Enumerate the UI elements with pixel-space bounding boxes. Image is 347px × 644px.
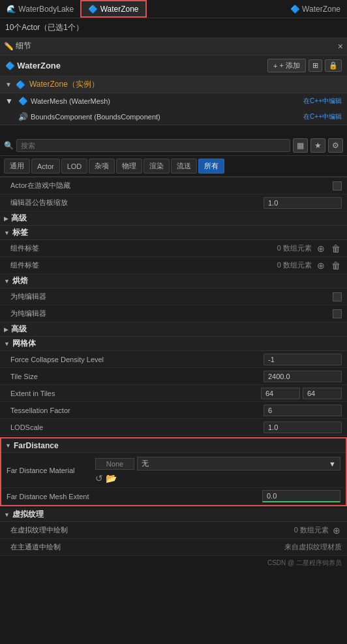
- tessellation-val: [264, 405, 342, 416]
- tags-title: 标签: [12, 227, 28, 238]
- detail-header: 🔷 WaterZone + + 添加 ⊞ 🔒: [0, 55, 347, 76]
- table-row[interactable]: 🔊 BoundsComponent (BoundsComponent) 在C++…: [0, 109, 347, 125]
- tag-value-1: 0 数组元素 ⊕ 🗑: [277, 243, 342, 254]
- actor-hidden-checkbox[interactable]: [333, 181, 342, 191]
- baking-pure-label-2: 为纯编辑器: [5, 309, 333, 318]
- tile-size-label: Tile Size: [5, 373, 264, 380]
- fdm-controls: None 无 ▼ ↺ 📂: [95, 457, 340, 483]
- baking-section-header[interactable]: ▼ 烘焙: [0, 274, 347, 288]
- filter-stream[interactable]: 流送: [171, 159, 197, 174]
- filter-tabs: 通用 Actor LOD 杂项 物理 渲染 流送 所有: [0, 156, 347, 177]
- filter-render[interactable]: 渲染: [143, 159, 170, 174]
- tag-count-1: 0 数组元素: [277, 243, 312, 253]
- editor-scale-value: [264, 197, 342, 209]
- water-zone-tab-right[interactable]: 🔷 WaterZone: [284, 0, 347, 18]
- fdm-none-box: None: [95, 458, 134, 470]
- spacer1: [0, 125, 347, 130]
- fdm-top-row: None 无 ▼: [95, 457, 340, 470]
- component-tree: ▼ 🔷 WaterMesh (WaterMesh) 在C++中编辑 🔊 Boun…: [0, 93, 347, 125]
- tag-del-btn-2[interactable]: 🗑: [330, 260, 342, 271]
- plus-icon: +: [273, 62, 277, 70]
- bounds-label: BoundsComponent (BoundsComponent): [31, 113, 160, 121]
- extent-y-input[interactable]: [303, 388, 342, 399]
- editor-scale-input[interactable]: [264, 197, 342, 209]
- force-collapse-input[interactable]: [264, 354, 342, 365]
- filter-general[interactable]: 通用: [4, 159, 30, 174]
- cpp-edit-link-2[interactable]: 在C++中编辑: [303, 112, 342, 121]
- tag-count-2: 0 数组元素: [277, 260, 312, 270]
- tags-section-header[interactable]: ▼ 标签: [0, 226, 347, 240]
- tessellation-input[interactable]: [264, 405, 342, 416]
- search-icon: 🔍: [4, 141, 14, 150]
- tile-size-input[interactable]: [264, 371, 342, 382]
- grid-view-button[interactable]: ▦: [293, 138, 308, 153]
- watermark-text: CSDN @ 二星程序饲养员: [267, 559, 342, 566]
- extent-x-input[interactable]: [261, 388, 300, 399]
- star-button[interactable]: ★: [310, 138, 325, 153]
- filter-actor[interactable]: Actor: [31, 159, 60, 174]
- vt-title: 虚拟纹理: [12, 509, 44, 520]
- baking-pure-val-1: [333, 292, 342, 301]
- fdm-actions: ↺ 📂: [95, 473, 340, 483]
- water-zone-tab-left[interactable]: 🔷 WaterZone: [80, 0, 146, 18]
- cpp-edit-link-1[interactable]: 在C++中编辑: [303, 97, 342, 106]
- baking-advanced-section[interactable]: ▶ 高级: [0, 322, 347, 337]
- panel-title: 细节: [16, 40, 337, 52]
- add-button[interactable]: + + 添加: [267, 59, 306, 72]
- fdm-reset-button[interactable]: ↺: [95, 473, 103, 483]
- tag-label-2: 组件标签: [5, 260, 277, 270]
- vt-main-pass-value: 来自虚拟纹理材质: [284, 542, 342, 552]
- extent-tiles-row: Extent in Tiles: [0, 385, 347, 402]
- panel-edit-icon: ✏️: [4, 42, 14, 51]
- force-collapse-val: [264, 354, 342, 365]
- fdm-browse-button[interactable]: 📂: [106, 473, 117, 483]
- filter-lod[interactable]: LOD: [61, 159, 88, 174]
- instance-arrow-icon: ▼: [5, 81, 12, 88]
- grid-icon-button[interactable]: ⊞: [309, 59, 322, 72]
- lod-scale-val: [264, 422, 342, 433]
- instance-label: WaterZone（实例）: [29, 79, 99, 90]
- filter-all[interactable]: 所有: [198, 159, 224, 174]
- actor-hidden-value: [333, 181, 342, 191]
- force-collapse-row: Force Collapse Density Level: [0, 351, 347, 368]
- fdm-dropdown-arrow: ▼: [329, 460, 336, 468]
- baking-checkbox-1[interactable]: [333, 292, 342, 301]
- far-distance-mesh-extent-label: Far Distance Mesh Extent: [7, 493, 262, 500]
- baking-arrow: ▼: [4, 278, 10, 284]
- editor-scale-row: 编辑器公告板缩放: [0, 194, 347, 211]
- table-row[interactable]: ▼ 🔷 WaterMesh (WaterMesh) 在C++中编辑: [0, 93, 347, 109]
- filter-misc[interactable]: 杂项: [89, 159, 115, 174]
- tag-add-btn-2[interactable]: ⊕: [316, 260, 326, 271]
- indent-spacer: ▼: [5, 97, 16, 106]
- left-tab-label: WaterBodyLake: [18, 5, 74, 14]
- baking-advanced-arrow: ▶: [4, 326, 8, 333]
- mesh-icon: 🔷: [18, 97, 28, 106]
- actor-hidden-row: Actor在游戏中隐藏: [0, 177, 347, 194]
- water-body-lake-icon: 🌊: [7, 5, 16, 14]
- mesh-section-header[interactable]: ▼ 网格体: [0, 337, 347, 351]
- vt-main-pass-val: 来自虚拟纹理材质: [284, 542, 342, 552]
- panel-close-button[interactable]: ×: [338, 41, 343, 52]
- left-previous-tab[interactable]: 🌊 WaterBodyLake: [0, 0, 80, 18]
- far-distance-header[interactable]: ▼ FarDistance: [1, 438, 346, 453]
- far-distance-mesh-extent-input[interactable]: [262, 490, 340, 502]
- indent-spacer2: [5, 112, 16, 123]
- lod-scale-input[interactable]: [264, 422, 342, 433]
- vt-draw-count: 0 数组元素: [294, 525, 329, 535]
- tag-add-btn-1[interactable]: ⊕: [316, 243, 326, 254]
- baking-checkbox-2[interactable]: [333, 309, 342, 318]
- actor-count-text: 10个Actor（已选1个）: [5, 23, 83, 32]
- fdm-dropdown[interactable]: 无 ▼: [137, 457, 340, 470]
- search-input[interactable]: [16, 139, 290, 152]
- instance-section[interactable]: ▼ 🔷 WaterZone（实例）: [0, 76, 347, 93]
- vt-draw-add-btn[interactable]: ⊕: [331, 525, 342, 536]
- lock-icon-button[interactable]: 🔒: [325, 59, 342, 72]
- virtual-texture-section-header[interactable]: ▼ 虚拟纹理: [0, 508, 347, 522]
- force-collapse-label: Force Collapse Density Level: [5, 356, 264, 363]
- lod-scale-label: LODScale: [5, 423, 264, 431]
- tag-del-btn-1[interactable]: 🗑: [330, 243, 342, 254]
- extent-tiles-val: [261, 388, 342, 399]
- advanced-section[interactable]: ▶ 高级: [0, 211, 347, 226]
- settings-button[interactable]: ⚙: [328, 138, 343, 153]
- filter-physics[interactable]: 物理: [116, 159, 142, 174]
